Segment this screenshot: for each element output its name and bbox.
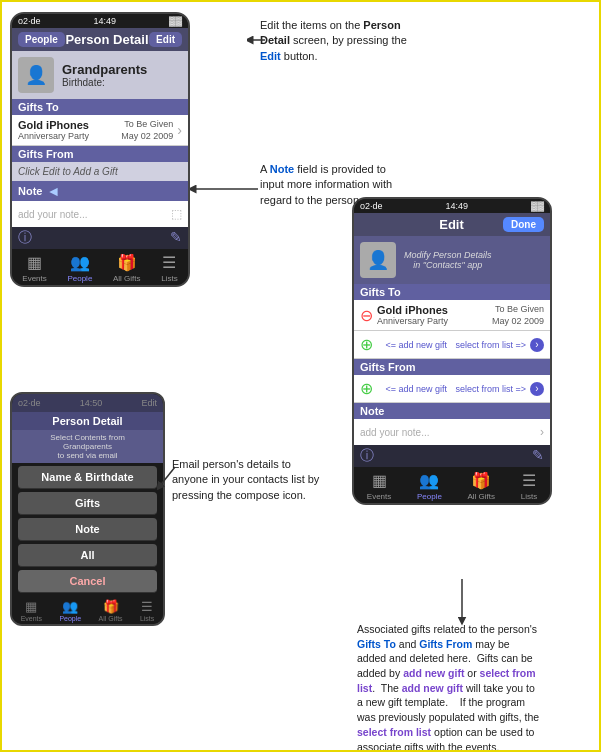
lists-icon-left: ☰: [162, 253, 176, 272]
add-new-gift-from-label: <= add new gift: [381, 384, 451, 394]
done-button-right[interactable]: Done: [503, 217, 544, 232]
status-bar-left: o2·de 14:49 ▓▓: [12, 14, 188, 28]
select-list-to-arrow[interactable]: ›: [530, 338, 544, 352]
note-header-left: Note ◄: [12, 181, 188, 201]
select-message: Select Contents from Grandparents to sen…: [12, 430, 163, 463]
phone-right: o2·de 14:49 ▓▓ Edit Done 👤 Modify Person…: [352, 197, 552, 505]
select-gifts-btn[interactable]: Gifts: [18, 492, 157, 515]
allgifts-icon-bottom: 🎁: [103, 599, 119, 614]
tab-allgifts-left[interactable]: 🎁 All Gifts: [113, 253, 141, 283]
info-icon-right[interactable]: ⓘ: [360, 447, 374, 465]
events-icon-right: ▦: [372, 471, 387, 490]
select-title: Person Detail: [52, 415, 122, 427]
annotation-top-right: Edit the items on the PersonDetail scree…: [260, 18, 450, 64]
add-icon-from[interactable]: ⊕: [360, 379, 373, 398]
gift-arrow-left: ›: [177, 122, 182, 138]
select-all-btn[interactable]: All: [18, 544, 157, 567]
tab-lists-left[interactable]: ☰ Lists: [161, 253, 177, 283]
nav-bar-right: Edit Done: [354, 213, 550, 236]
tab-people-left[interactable]: 👥 People: [67, 253, 92, 283]
bottom-bar-left: ▦ Events 👥 People 🎁 All Gifts ☰ Lists: [12, 249, 188, 285]
arrow-edit: [247, 30, 267, 50]
arrow-email: [157, 462, 177, 492]
tab-lists-right[interactable]: ☰ Lists: [521, 471, 537, 501]
note-arrow-right: ›: [540, 425, 544, 439]
people-icon-left: 👥: [70, 253, 90, 272]
note-input-left[interactable]: add your note... ⬚: [12, 201, 188, 227]
gifts-from-header-right: Gifts From: [354, 359, 550, 375]
lists-icon-bottom: ☰: [141, 599, 153, 614]
compose-icon-left[interactable]: ✎: [170, 229, 182, 247]
tab-allgifts-bottom[interactable]: 🎁 All Gifts: [98, 599, 122, 622]
allgifts-icon-right: 🎁: [471, 471, 491, 490]
tab-allgifts-label-left: All Gifts: [113, 274, 141, 283]
nav-title-right: Edit: [439, 217, 464, 232]
select-list-from-label: select from list =>: [455, 384, 526, 394]
annotation-bottom-right: Associated gifts related to the person's…: [357, 622, 595, 752]
edit-gift-row-right[interactable]: ⊖ Gold iPhones To Be Given Anniversary P…: [354, 300, 550, 331]
tab-lists-label-right: Lists: [521, 492, 537, 501]
tab-allgifts-label-bottom: All Gifts: [98, 615, 122, 622]
note-placeholder-left: add your note...: [18, 209, 88, 220]
person-header-left: 👤 Grandparents Birthdate:: [12, 51, 188, 99]
tab-events-label-right: Events: [367, 492, 391, 501]
back-button-left[interactable]: People: [18, 32, 65, 47]
select-cancel-btn[interactable]: Cancel: [18, 570, 157, 593]
avatar-left: 👤: [18, 57, 54, 93]
note-header-right: Note: [354, 403, 550, 419]
tab-people-label-bottom: People: [59, 615, 81, 622]
gifts-to-header-left: Gifts To: [12, 99, 188, 115]
note-arrow-left: ◄: [46, 183, 60, 199]
people-icon-right: 👥: [419, 471, 439, 490]
tab-events-right[interactable]: ▦ Events: [367, 471, 391, 501]
note-input-right[interactable]: add your note... ›: [354, 419, 550, 445]
lists-icon-right: ☰: [522, 471, 536, 490]
select-carrier: o2·de: [18, 398, 41, 408]
allgifts-icon-left: 🎁: [117, 253, 137, 272]
add-new-gift-to-label: <= add new gift: [381, 340, 451, 350]
select-name-birthdate-btn[interactable]: Name & Birthdate: [18, 466, 157, 489]
gift-status-right: To Be Given: [495, 304, 544, 316]
gift-status-left: To Be Given: [124, 119, 173, 131]
phone-bottom: o2·de 14:50 Edit Person Detail Select Co…: [10, 392, 165, 626]
events-icon-bottom: ▦: [25, 599, 37, 614]
edit-button-left[interactable]: Edit: [149, 32, 182, 47]
arrow-note: [190, 181, 260, 201]
select-list-from-arrow[interactable]: ›: [530, 382, 544, 396]
note-placeholder-right: add your note...: [360, 427, 430, 438]
select-note-btn[interactable]: Note: [18, 518, 157, 541]
gift-date-right: May 02 2009: [492, 316, 544, 326]
gifts-from-header-left: Gifts From: [12, 146, 188, 162]
add-icon-to[interactable]: ⊕: [360, 335, 373, 354]
tab-allgifts-right[interactable]: 🎁 All Gifts: [467, 471, 495, 501]
tab-allgifts-label-right: All Gifts: [467, 492, 495, 501]
gift-row-left[interactable]: Gold iPhones To Be Given Anniversary Par…: [12, 115, 188, 146]
gift-name-left: Gold iPhones: [18, 119, 89, 131]
person-header-right: 👤 Modify Person Details in "Contacts" ap…: [354, 236, 550, 284]
select-edit: Edit: [141, 398, 157, 408]
tab-people-bottom[interactable]: 👥 People: [59, 599, 81, 622]
events-icon-left: ▦: [27, 253, 42, 272]
gift-name-right: Gold iPhones: [377, 304, 448, 316]
select-bottom-bar: ▦ Events 👥 People 🎁 All Gifts ☰ Lists: [12, 596, 163, 624]
tab-people-label-left: People: [67, 274, 92, 283]
gift-content-right: Gold iPhones To Be Given Anniversary Par…: [377, 304, 544, 326]
tab-events-bottom[interactable]: ▦ Events: [21, 599, 42, 622]
tab-events-left[interactable]: ▦ Events: [22, 253, 46, 283]
info-icon-left[interactable]: ⓘ: [18, 229, 32, 247]
carrier-left: o2·de: [18, 16, 41, 26]
phone-left: o2·de 14:49 ▓▓ People Person Detail Edit…: [10, 12, 190, 287]
tab-people-right[interactable]: 👥 People: [417, 471, 442, 501]
avatar-right: 👤: [360, 242, 396, 278]
nav-bar-left: People Person Detail Edit: [12, 28, 188, 51]
tab-people-label-right: People: [417, 492, 442, 501]
add-gift-to-row[interactable]: ⊕ <= add new gift select from list => ›: [354, 331, 550, 359]
remove-icon-right[interactable]: ⊖: [360, 306, 373, 325]
compose-icon-right[interactable]: ✎: [532, 447, 544, 465]
select-status-bar: o2·de 14:50 Edit: [12, 394, 163, 412]
info-bar-right: ⓘ ✎: [354, 445, 550, 467]
tab-lists-bottom[interactable]: ☰ Lists: [140, 599, 154, 622]
gift-event-left: Anniversary Party: [18, 131, 89, 141]
add-gift-from-row[interactable]: ⊕ <= add new gift select from list => ›: [354, 375, 550, 403]
battery-left: ▓▓: [169, 16, 182, 26]
